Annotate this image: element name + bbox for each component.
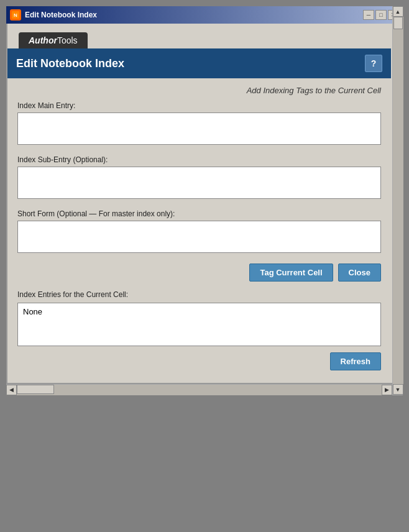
- scroll-left-arrow[interactable]: ◀: [6, 385, 17, 395]
- vertical-scrollbar[interactable]: ▲ ▼: [392, 6, 403, 395]
- action-buttons: Tag Current Cell Close: [17, 264, 381, 282]
- header-title: Edit Notebook Index: [16, 57, 124, 70]
- header-bar: Edit Notebook Index ?: [7, 48, 391, 78]
- refresh-button[interactable]: Refresh: [330, 352, 381, 370]
- svg-text:N: N: [14, 12, 17, 18]
- tools-label: Tools: [57, 35, 78, 45]
- main-entry-label: Index Main Entry:: [17, 101, 381, 110]
- minimize-button[interactable]: [363, 10, 374, 20]
- short-form-label: Short Form (Optional — For master index …: [17, 209, 381, 218]
- entries-value: None: [23, 307, 42, 316]
- window-icon: N: [10, 9, 21, 21]
- author-label: Author: [29, 35, 57, 45]
- author-tools-tab[interactable]: AuthorTools: [19, 32, 88, 48]
- entries-label: Index Entries for the Current Cell:: [17, 290, 381, 299]
- scroll-up-arrow[interactable]: ▲: [393, 6, 403, 17]
- window-title: Edit Notebook Index: [25, 11, 97, 19]
- scroll-thumb[interactable]: [393, 17, 403, 29]
- refresh-row: Refresh: [17, 352, 381, 370]
- main-entry-input[interactable]: [17, 112, 381, 145]
- scroll-thumb-h[interactable]: [17, 385, 54, 394]
- scroll-track: [393, 17, 403, 384]
- help-button[interactable]: ?: [365, 55, 382, 72]
- short-form-input[interactable]: [17, 221, 381, 253]
- sub-entry-input[interactable]: [17, 167, 381, 199]
- entries-box: None: [17, 303, 381, 346]
- subtitle: Add Indexing Tags to the Current Cell: [17, 86, 381, 95]
- scroll-down-arrow[interactable]: ▼: [393, 384, 403, 395]
- main-content: Add Indexing Tags to the Current Cell In…: [7, 78, 391, 383]
- close-button[interactable]: Close: [338, 264, 381, 282]
- sub-entry-label: Index Sub-Entry (Optional):: [17, 155, 381, 164]
- scroll-track-h: [17, 385, 382, 395]
- tag-current-cell-button[interactable]: Tag Current Cell: [249, 264, 333, 282]
- scroll-right-arrow[interactable]: ▶: [382, 385, 392, 395]
- horizontal-scrollbar[interactable]: ◀ ▶: [6, 384, 403, 395]
- title-bar: N Edit Notebook Index: [6, 6, 403, 24]
- maximize-button[interactable]: [375, 10, 387, 20]
